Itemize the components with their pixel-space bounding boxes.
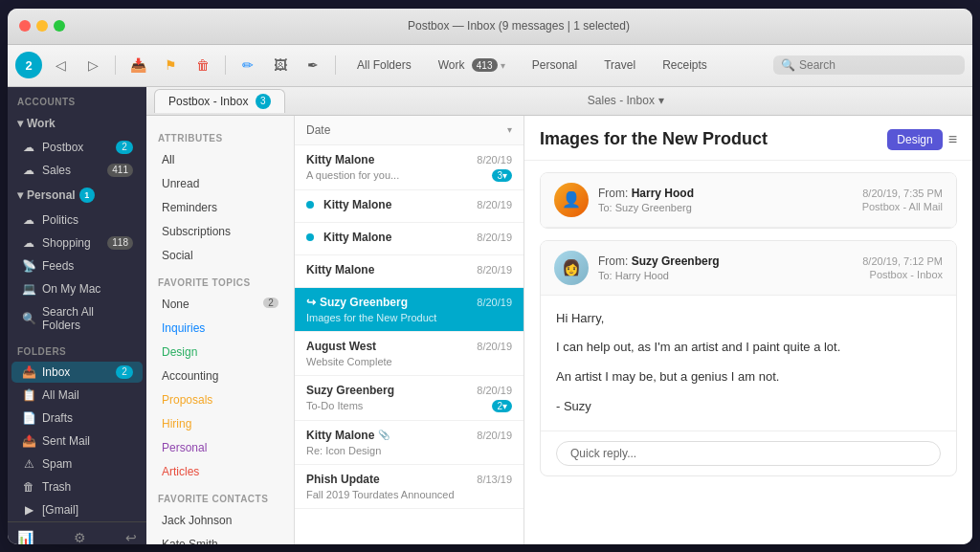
message-item[interactable]: Kitty Malone 8/20/19 — [295, 190, 523, 223]
unread-dot — [306, 233, 314, 241]
brush-button[interactable]: ✒ — [299, 52, 327, 78]
traffic-lights — [19, 20, 65, 32]
sidebar-item-gmail[interactable]: ▶ [Gmail] — [11, 499, 143, 520]
sidebar-item-postbox[interactable]: ☁ Postbox 2 — [11, 137, 143, 158]
message-date: 8/20/19 — [477, 385, 512, 396]
photo-button[interactable]: 🖼 — [266, 52, 295, 78]
archive-icon: 📥 — [130, 57, 146, 73]
filter-panel: Attributes All Unread Reminders Subscrip… — [146, 116, 295, 544]
trash-button[interactable]: 🗑 — [189, 52, 217, 78]
feeds-label: Feeds — [42, 259, 133, 273]
message-preview: Re: Icon Design — [306, 445, 512, 456]
filter-subscriptions[interactable]: Subscriptions — [150, 220, 290, 243]
more-options-button[interactable]: ≡ — [948, 131, 957, 148]
politics-label: Politics — [42, 213, 133, 227]
tab-travel[interactable]: Travel — [590, 55, 649, 76]
search-area: 🔍 — [773, 55, 965, 75]
back-button[interactable]: ◁ — [46, 52, 75, 78]
filter-hiring[interactable]: Hiring — [150, 412, 290, 435]
tab-receipts[interactable]: Receipts — [649, 55, 721, 76]
sidebar-item-shopping[interactable]: ☁ Shopping 118 — [11, 232, 143, 254]
search-input[interactable] — [799, 58, 952, 72]
sidebar-item-sent[interactable]: 📤 Sent Mail — [11, 431, 143, 452]
email-message-card-2: 👩 From: Suzy Greenberg To: Harry Hood — [540, 240, 957, 476]
message-item[interactable]: Kitty Malone 8/20/19 — [295, 255, 523, 288]
sidebar-item-drafts[interactable]: 📄 Drafts — [11, 408, 143, 429]
filter-jack[interactable]: Jack Johnson — [150, 509, 290, 532]
forward-nav-button[interactable]: ▷ — [78, 52, 107, 78]
message-item[interactable]: Suzy Greenberg 8/20/19 To-Do Items 2▾ — [295, 376, 523, 421]
activity-icon[interactable]: 📊 — [17, 530, 33, 544]
filter-unread[interactable]: Unread — [150, 172, 290, 195]
design-button[interactable]: Design — [887, 129, 942, 150]
personal-account[interactable]: ▾ Personal 1 — [8, 182, 146, 209]
archive-button[interactable]: 📥 — [123, 52, 152, 78]
close-button[interactable] — [19, 20, 31, 32]
email-detail-header: Images for the New Product Design ≡ — [524, 116, 972, 161]
message-sender: Suzy Greenberg — [306, 384, 394, 397]
spam-icon: ⚠ — [21, 457, 36, 471]
sidebar-item-all-mail[interactable]: 📋 All Mail — [11, 385, 143, 406]
email-detail: Images for the New Product Design ≡ 👤 — [524, 116, 972, 544]
brush-icon: ✒ — [307, 57, 319, 73]
quick-reply-button[interactable]: Quick reply... — [556, 441, 941, 466]
minimize-button[interactable] — [36, 20, 48, 32]
work-account[interactable]: ▾ Work — [8, 111, 146, 136]
sort-dropdown-icon[interactable]: ▾ — [507, 124, 512, 135]
back-icon: ◁ — [56, 57, 66, 73]
sidebar-item-politics[interactable]: ☁ Politics — [11, 210, 143, 231]
message-sender: Kitty Malone — [306, 231, 391, 244]
filter-none[interactable]: None 2 — [150, 293, 290, 316]
filter-inquiries[interactable]: Inquiries — [150, 317, 290, 340]
message-item[interactable]: Kitty Malone 📎 8/20/19 Re: Icon Design — [295, 421, 523, 465]
message-item-selected[interactable]: ↪ Suzy Greenberg 8/20/19 Images for the … — [295, 288, 523, 332]
filter-kate[interactable]: Kate Smith — [150, 533, 290, 544]
trash-icon: 🗑 — [196, 57, 210, 73]
write-button[interactable]: ✏ — [234, 52, 262, 78]
shopping-icon: ☁ — [21, 236, 36, 250]
tab-all-folders[interactable]: All Folders — [344, 55, 425, 76]
forward-icon: ↪ — [306, 296, 316, 309]
compose-circle-button[interactable]: 2 — [15, 52, 42, 78]
maximize-button[interactable] — [54, 20, 65, 32]
filter-reminders[interactable]: Reminders — [150, 196, 290, 219]
email-meta-1: From: Harry Hood To: Suzy Greenberg — [598, 187, 853, 213]
message-sender: Kitty Malone — [306, 198, 391, 211]
sidebar-item-inbox[interactable]: 📥 Inbox 2 — [11, 362, 143, 383]
tab-work[interactable]: Work 413 ▾ — [425, 55, 519, 77]
filter-all[interactable]: All — [150, 148, 290, 171]
sidebar-item-trash[interactable]: 🗑 Trash — [11, 476, 143, 497]
filter-personal[interactable]: Personal — [150, 436, 290, 459]
message-item[interactable]: Phish Update 8/13/19 Fall 2019 Tourdates… — [295, 465, 523, 509]
drafts-label: Drafts — [42, 411, 133, 425]
tag-button[interactable]: ⚑ — [156, 52, 185, 78]
settings-icon[interactable]: ⚙ — [74, 530, 86, 544]
filter-social[interactable]: Social — [150, 244, 290, 267]
email-header-actions: Design ≡ — [887, 129, 957, 150]
filter-proposals[interactable]: Proposals — [150, 388, 290, 411]
politics-icon: ☁ — [21, 213, 36, 227]
on-my-mac-label: On My Mac — [42, 282, 133, 296]
sales-label: Sales — [42, 164, 101, 177]
email-meta-2: From: Suzy Greenberg To: Harry Hood — [598, 254, 853, 281]
sidebar-item-on-my-mac[interactable]: 💻 On My Mac — [11, 278, 143, 299]
message-date: 8/20/19 — [477, 297, 512, 308]
filter-accounting[interactable]: Accounting — [150, 364, 290, 387]
email-from-1: From: Harry Hood — [598, 187, 853, 200]
filter-design[interactable]: Design — [150, 341, 290, 364]
message-item[interactable]: Kitty Malone 8/20/19 — [295, 223, 523, 255]
sidebar-item-spam[interactable]: ⚠ Spam — [11, 453, 143, 475]
right-tab-sales-inbox[interactable]: Sales - Inbox ▾ — [588, 94, 664, 107]
logout-icon[interactable]: ↩ — [125, 530, 137, 544]
gmail-expand-icon: ▶ — [21, 503, 36, 517]
message-item[interactable]: Kitty Malone 8/20/19 A question for you.… — [295, 145, 523, 190]
tab-personal[interactable]: Personal — [519, 55, 590, 76]
sales-cloud-icon: ☁ — [21, 164, 36, 177]
filter-articles[interactable]: Articles — [150, 460, 290, 483]
tab-postbox-inbox[interactable]: Postbox - Inbox 3 — [154, 89, 285, 113]
sidebar-item-search-all[interactable]: 🔍 Search All Folders — [11, 301, 143, 336]
sidebar-item-sales[interactable]: ☁ Sales 411 — [11, 160, 143, 181]
message-item[interactable]: August West 8/20/19 Website Complete — [295, 332, 523, 376]
toolbar: 2 ◁ ▷ 📥 ⚑ 🗑 ✏ 🖼 ✒ All Folders — [8, 45, 972, 87]
sidebar-item-feeds[interactable]: 📡 Feeds — [11, 255, 143, 276]
